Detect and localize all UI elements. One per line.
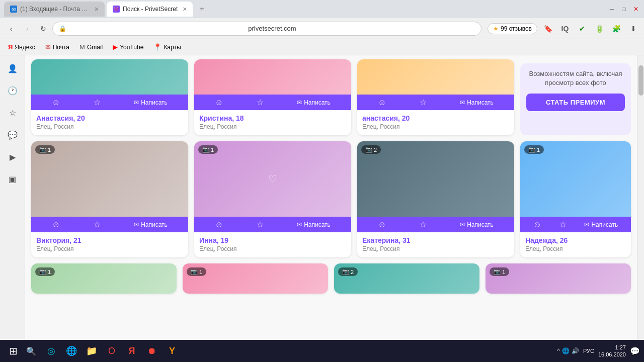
star-btn-t1[interactable]: ☆ xyxy=(94,98,101,107)
refresh-button[interactable]: ↻ xyxy=(36,22,50,36)
smile-btn-t3[interactable]: ☺ xyxy=(378,98,386,107)
card-actions-1: ☺ ☆ ✉ Написать xyxy=(31,217,188,232)
bookmark-maps[interactable]: 📍 Карты xyxy=(149,42,185,52)
content-area: ☺ ☆ ✉ Написать Анастасия, 20 Елец, Росси… xyxy=(25,55,637,340)
scrollbar[interactable] xyxy=(637,55,644,340)
taskbar-app-cortana[interactable]: ◎ xyxy=(42,342,60,360)
bookmark-mail-label: Почта xyxy=(53,44,69,51)
sidebar-person-icon[interactable]: 👤 xyxy=(4,59,22,77)
profile-location-3: Елец, Россия xyxy=(362,245,509,252)
close-button[interactable]: ✕ xyxy=(632,5,640,13)
top-card-actions-3: ☺ ☆ ✉ Написать xyxy=(357,95,514,110)
address-bar[interactable]: 🔒 privetsecret.com xyxy=(52,22,481,36)
tab-privet-close[interactable]: × xyxy=(183,5,187,13)
battery-icon[interactable]: 🔋 xyxy=(593,22,606,35)
new-tab-button[interactable]: + xyxy=(195,2,209,16)
write-btn-4[interactable]: ✉ Написать xyxy=(584,221,618,228)
windows-logo-icon: ⊞ xyxy=(9,345,18,357)
smile-btn-t1[interactable]: ☺ xyxy=(52,98,60,107)
scroll-thumb[interactable] xyxy=(638,65,643,96)
left-sidebar: 👤 🕐 ☆ 💬 ▶ ▣ xyxy=(0,55,25,340)
bookmarks-bar: Я Яндекс ✉ Почта M Gmail ▶ YouTube 📍 Кар… xyxy=(0,39,644,55)
tab-mail[interactable]: ✉ (1) Входящие - Почта Ма... × xyxy=(4,2,105,17)
write-btn-t3[interactable]: ✉ Написать xyxy=(460,99,494,106)
star-btn-3[interactable]: ☆ xyxy=(420,220,427,229)
premium-button[interactable]: СТАТЬ ПРЕМИУМ xyxy=(526,94,625,111)
bottom-profile-card-3: 📷 2 xyxy=(334,263,479,294)
tray-up-icon[interactable]: ^ xyxy=(557,347,560,354)
taskbar-app-rec[interactable]: ⏺ xyxy=(143,342,161,360)
tab-mail-close[interactable]: × xyxy=(95,5,99,13)
star-btn-4[interactable]: ☆ xyxy=(559,220,567,229)
language-button[interactable]: РУС xyxy=(583,348,594,354)
extensions-icon[interactable]: 🧩 xyxy=(610,22,623,35)
card-info-1: Виктория, 21 Елец, Россия xyxy=(31,232,188,257)
start-button[interactable]: ⊞ xyxy=(4,342,22,360)
minimize-button[interactable]: ─ xyxy=(608,5,616,13)
iq-icon[interactable]: IQ xyxy=(558,22,572,35)
mail-icon-1: ✉ xyxy=(134,221,139,228)
download-icon[interactable]: ⬇ xyxy=(627,22,640,35)
camera-icon-b1: 📷 xyxy=(39,268,46,275)
check-icon[interactable]: ✔ xyxy=(576,22,589,35)
profile-card-2: 📷 1 ♡ ☺ ☆ ✉ Написать Инна, 19 Елец, Росс… xyxy=(194,141,351,257)
tray-network-icon[interactable]: 🌐 xyxy=(562,347,570,354)
smile-btn-4[interactable]: ☺ xyxy=(533,220,541,229)
star-btn-t3[interactable]: ☆ xyxy=(420,98,427,107)
tab-privet[interactable]: 💜 Поиск - PrivetSecret × xyxy=(107,2,193,17)
maximize-button[interactable]: □ xyxy=(620,5,628,13)
taskbar-app-opera[interactable]: O xyxy=(103,342,121,360)
taskbar-search-button[interactable]: 🔍 xyxy=(24,344,38,358)
star-icon: ★ xyxy=(493,25,499,32)
star-btn-t2[interactable]: ☆ xyxy=(257,98,264,107)
write-btn-t1[interactable]: ✉ Написать xyxy=(134,99,168,106)
top-profile-card-3: ☺ ☆ ✉ Написать анастасия, 20 Елец, Росси… xyxy=(357,59,514,135)
yandex-icon: Я xyxy=(8,43,13,51)
smile-btn-2[interactable]: ☺ xyxy=(215,220,223,229)
taskbar-app-chrome[interactable]: 🌐 xyxy=(62,342,80,360)
bookmark-gmail[interactable]: M Gmail xyxy=(75,42,107,52)
star-btn-2[interactable]: ☆ xyxy=(257,220,264,229)
bookmark-yandex-label: Яндекс xyxy=(15,44,35,51)
forward-button[interactable]: › xyxy=(20,22,34,36)
sidebar-chat-icon[interactable]: 💬 xyxy=(4,126,22,144)
bookmark-mail[interactable]: ✉ Почта xyxy=(41,42,73,52)
back-button[interactable]: ‹ xyxy=(4,22,18,36)
write-btn-3[interactable]: ✉ Написать xyxy=(460,221,494,228)
sidebar-square-icon[interactable]: ▣ xyxy=(4,170,22,188)
card-info-4: Надежда, 26 Елец, Россия xyxy=(520,232,631,257)
bookmark-yandex[interactable]: Я Яндекс xyxy=(4,42,39,52)
smile-btn-t2[interactable]: ☺ xyxy=(215,98,223,107)
write-btn-t2[interactable]: ✉ Написать xyxy=(297,99,331,106)
top-profile-location-2: Елец, Россия xyxy=(199,123,346,130)
profile-card-1: 📷 1 ☺ ☆ ✉ Написать Виктория, 21 Елец, Ро… xyxy=(31,141,188,257)
address-text: privetsecret.com xyxy=(69,25,475,32)
taskbar-app-folder[interactable]: 📁 xyxy=(83,342,101,360)
taskbar-app-y2[interactable]: Y xyxy=(163,342,181,360)
top-card-info-2: Кристина, 18 Елец, Россия xyxy=(194,110,351,135)
mail-icon-t2: ✉ xyxy=(297,99,302,106)
profile-location-4: Елец, Россия xyxy=(525,245,626,252)
tray-volume-icon[interactable]: 🔊 xyxy=(572,347,579,354)
sidebar-play-icon[interactable]: ▶ xyxy=(4,148,22,166)
sidebar-history-icon[interactable]: 🕐 xyxy=(4,81,22,100)
tab-privet-favicon: 💜 xyxy=(113,6,120,13)
bottom-photo-count-3: 📷 2 xyxy=(338,267,358,276)
system-clock: 1:27 16.06.2020 xyxy=(598,344,626,358)
smile-btn-3[interactable]: ☺ xyxy=(378,220,386,229)
notification-button[interactable]: 💬 xyxy=(630,346,640,356)
smile-btn-1[interactable]: ☺ xyxy=(52,220,60,229)
bookmark-youtube[interactable]: ▶ YouTube xyxy=(109,42,147,52)
write-btn-2[interactable]: ✉ Написать xyxy=(297,221,331,228)
tab-mail-favicon: ✉ xyxy=(10,6,17,13)
mail-icon-t1: ✉ xyxy=(134,99,139,106)
bookmark-icon[interactable]: 🔖 xyxy=(541,22,554,35)
write-btn-1[interactable]: ✉ Написать xyxy=(134,221,168,228)
photo-count-2: 📷 1 xyxy=(198,145,218,154)
star-btn-1[interactable]: ☆ xyxy=(94,220,101,229)
sidebar-star-icon[interactable]: ☆ xyxy=(4,104,22,122)
top-profile-name-3: анастасия, 20 xyxy=(362,114,509,122)
review-button[interactable]: ★ 99 отзывов xyxy=(488,23,537,34)
photo-count-1: 📷 1 xyxy=(35,145,55,154)
taskbar-app-yandex[interactable]: Я xyxy=(123,342,141,360)
